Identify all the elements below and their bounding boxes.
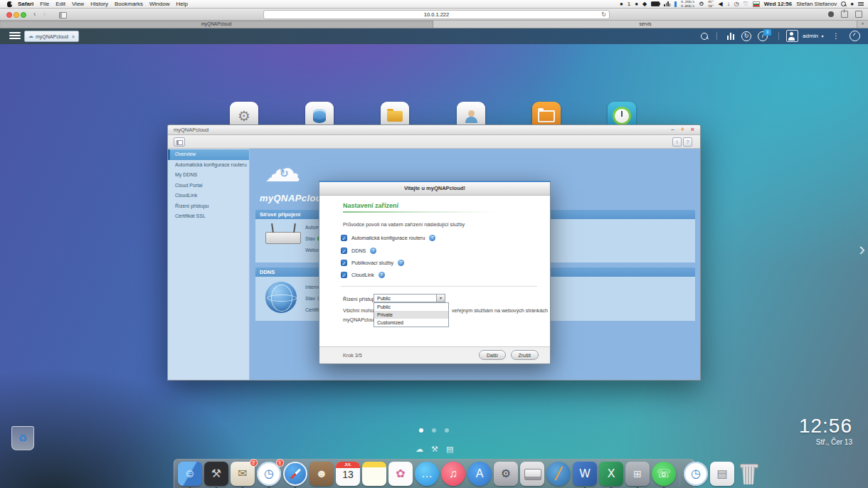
admin-menu[interactable]: admin (801, 28, 820, 44)
siri-icon[interactable]: ● (850, 0, 854, 8)
dock-icon-system-preferences[interactable]: ⚙ (494, 462, 518, 486)
dock-icon-mail[interactable]: ✉2 (231, 462, 255, 486)
dock-icon-trash[interactable] (736, 462, 761, 486)
back-button[interactable]: ‹ (33, 9, 36, 20)
dock-icon-forklift[interactable]: ⚒ (204, 462, 228, 486)
temperatures[interactable]: 45°58° (708, 0, 714, 7)
dock-icon-clock-app[interactable]: ◷ (684, 462, 708, 486)
more-options-icon[interactable]: ⋮ (832, 28, 840, 44)
access-control-select[interactable]: Public ▾ (374, 294, 445, 302)
notifications-icon[interactable]: i3 (757, 28, 768, 44)
dock-icon-whatsapp[interactable]: ☏ (652, 462, 676, 486)
recycle-bin[interactable]: ♻ (11, 426, 34, 450)
pagination-dot[interactable] (445, 428, 449, 433)
dock-icon-notes[interactable] (362, 462, 386, 486)
cancel-button[interactable]: Zrušit (511, 350, 539, 360)
dock-icon-finder[interactable]: ☺ (178, 462, 202, 486)
checkbox-automatick-konfigurace-routeru[interactable]: ✓ (341, 235, 347, 241)
sidebar-item--zen-p-stupu[interactable]: Řízení přístupu (168, 201, 249, 212)
help-icon[interactable]: ? (398, 260, 404, 266)
sidebar-item-my-ddns[interactable]: My DDNS (168, 170, 249, 181)
dock-icon-calendar[interactable]: JUL13 (336, 462, 360, 486)
dock-icon-word[interactable]: W (573, 462, 597, 486)
dock-icon-text-document[interactable]: ▤ (710, 462, 734, 486)
select-arrow-icon[interactable]: ▾ (436, 295, 445, 302)
cpu-meter-icon[interactable] (664, 1, 670, 6)
downloads-icon[interactable] (828, 11, 834, 17)
dock-icon-remote-desktop[interactable]: ⊞ (625, 462, 650, 486)
dock-icon-safari[interactable] (283, 462, 307, 486)
close-window-button[interactable] (6, 12, 12, 18)
tab-servis[interactable]: servis (433, 21, 857, 28)
tab-myqnapcloud[interactable]: myQNAPcloud (0, 21, 433, 28)
qts-app-tab[interactable]: ☁ myQNAPcloud × (24, 31, 79, 42)
spotlight-icon[interactable] (841, 1, 846, 6)
menu-file[interactable]: File (40, 1, 49, 7)
menubar-clock[interactable]: Wed 12:56 (764, 1, 792, 7)
dropdown-option-public[interactable]: Public (374, 303, 448, 311)
minimize-window-button[interactable] (14, 12, 19, 18)
checkbox-ddns[interactable]: ✓ (341, 248, 347, 254)
istat-gear-icon[interactable]: ⚙ (699, 0, 704, 8)
tab-overview-icon[interactable] (855, 11, 862, 18)
qts-search-icon[interactable] (699, 28, 710, 44)
info-button[interactable]: i (672, 137, 682, 147)
dropdown-option-private[interactable]: Private (374, 311, 448, 319)
dock-icon-disk-utility[interactable] (520, 462, 544, 486)
qts-app-tab-close-icon[interactable]: × (72, 34, 75, 39)
share-icon[interactable] (841, 11, 848, 18)
help-button[interactable]: ? (683, 137, 692, 147)
forward-button[interactable]: › (43, 9, 46, 20)
menu-view[interactable]: View (72, 1, 84, 7)
dock-icon-itunes[interactable]: ♫ (441, 462, 465, 486)
dock-icon-contacts[interactable]: ☻ (309, 462, 334, 486)
help-icon[interactable]: ? (379, 272, 385, 278)
main-menu-icon[interactable] (9, 32, 21, 41)
next-button[interactable]: Další (479, 350, 506, 360)
help-icon[interactable]: ? (429, 235, 435, 241)
reload-icon[interactable]: ↻ (601, 11, 606, 18)
dropdown-option-customized[interactable]: Customized (374, 319, 448, 327)
menu-safari[interactable]: Safari (18, 1, 33, 7)
messenger-icon[interactable]: ● (635, 0, 638, 8)
input-language-flag-icon[interactable] (753, 1, 760, 7)
dock-icon-photos[interactable]: ✿ (388, 462, 413, 486)
notification-center-icon[interactable] (858, 2, 864, 6)
checkbox-cloudlink[interactable]: ✓ (341, 272, 347, 278)
admin-caret-icon[interactable]: ▾ (820, 28, 825, 44)
menu-help[interactable]: Help (176, 1, 187, 7)
menu-bookmarks[interactable]: Bookmarks (115, 1, 143, 7)
apple-menu-icon[interactable] (7, 1, 12, 7)
zoom-window-button[interactable] (21, 12, 26, 18)
menu-edit[interactable]: Edit (55, 1, 65, 7)
help-icon[interactable]: ? (370, 248, 376, 254)
new-tab-button[interactable]: + (857, 21, 868, 28)
window-maximize-button[interactable]: + (681, 125, 684, 134)
download-icon[interactable]: ↓ (727, 0, 730, 8)
dock-icon-messages[interactable]: … (415, 462, 439, 486)
myqnapcloud-shortcut-icon[interactable]: ☁ (416, 445, 423, 454)
dock-icon-techtool[interactable]: ╱ (546, 462, 571, 486)
sidebar-item-automatick-konfigurace-routeru[interactable]: Automatická konfigurace routeru (168, 160, 249, 171)
checkbox-publikovac-slu-by[interactable]: ✓ (341, 260, 347, 266)
window-titlebar[interactable]: myQNAPcloud – + × (168, 125, 700, 135)
dialog-title[interactable]: Vitajte u myQNAPcloud! (319, 182, 550, 196)
window-close-button[interactable]: × (691, 125, 694, 134)
refresh-icon[interactable]: ↻ (741, 28, 752, 44)
memory-meter-icon[interactable] (674, 1, 677, 7)
next-desktop-arrow-icon[interactable]: › (859, 238, 865, 260)
manual-shortcut-icon[interactable]: ▤ (446, 445, 453, 454)
menu-history[interactable]: History (90, 1, 108, 7)
admin-avatar[interactable] (785, 28, 798, 44)
menu-window[interactable]: Window (149, 1, 169, 7)
battery-icon[interactable] (651, 1, 660, 6)
cloud-status-icon[interactable]: ♡ (743, 0, 748, 8)
sidebar-item-certifik-t-ssl[interactable]: Certifikát SSL (168, 211, 249, 222)
tools-shortcut-icon[interactable]: ⚒ (431, 445, 438, 454)
dock-icon-app-store[interactable]: A (467, 462, 492, 486)
window-minimize-button[interactable]: – (671, 125, 674, 134)
sidebar-toggle-button[interactable] (174, 137, 185, 147)
dock-icon-airmail[interactable]: ◷1 (257, 462, 281, 486)
vpn-icon[interactable]: ● (620, 0, 623, 8)
menubar-user[interactable]: Stefan Stefanov (796, 1, 837, 7)
